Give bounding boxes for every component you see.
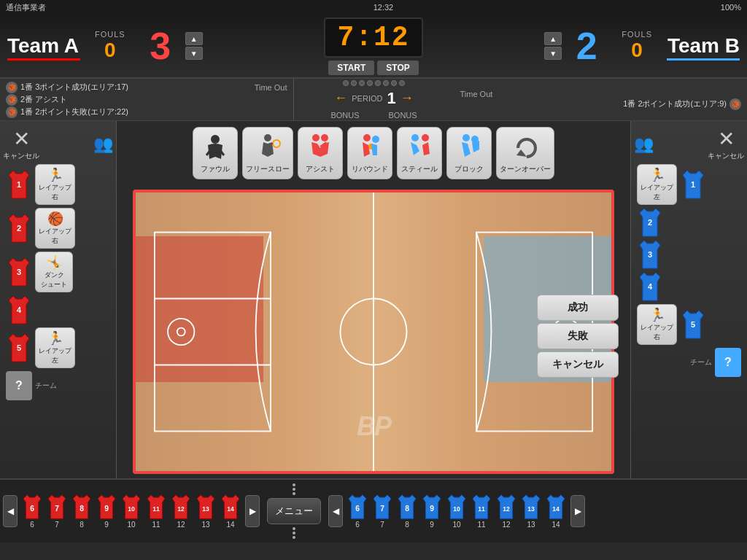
- jersey-left-3[interactable]: 3: [6, 257, 32, 287]
- team-a-roster-button[interactable]: 👥: [93, 127, 113, 161]
- bottom-jersey-red-7[interactable]: 7 7: [45, 494, 69, 529]
- bottom-jersey-blue-13[interactable]: 13 13: [519, 494, 543, 529]
- score-b-down[interactable]: ▼: [544, 47, 562, 60]
- score-b[interactable]: 2: [565, 24, 608, 68]
- jersey-right-3[interactable]: 3: [637, 240, 663, 269]
- fail-button[interactable]: 失敗: [537, 323, 619, 349]
- player-action-left-3[interactable]: 🤸 ダンク シュート: [35, 252, 73, 292]
- svg-text:10: 10: [128, 505, 135, 513]
- bottom-jersey-red-6[interactable]: 6 6: [20, 494, 44, 529]
- jersey-num-right-4: 4: [648, 282, 652, 291]
- popup-cancel-button[interactable]: キャンセル: [537, 351, 619, 378]
- scroll-left-red[interactable]: ◀: [3, 495, 18, 527]
- score-b-arrows[interactable]: ▲ ▼: [544, 31, 562, 61]
- expand-dots[interactable]: [290, 481, 298, 498]
- time-label: 12:32: [374, 3, 394, 12]
- timer-display: 7:12: [324, 18, 422, 58]
- assist-button[interactable]: アシスト: [298, 127, 343, 179]
- svg-point-3: [264, 134, 271, 141]
- svg-text:14: 14: [552, 505, 560, 513]
- steal-button[interactable]: スティール: [397, 127, 442, 179]
- timer-controls[interactable]: START STOP: [328, 61, 419, 75]
- bottom-jersey-blue-6[interactable]: 6 6: [346, 494, 369, 529]
- fouls-label-a: FOULS: [95, 30, 125, 39]
- jersey-left-2[interactable]: 2: [6, 214, 32, 243]
- score-a-arrows[interactable]: ▲ ▼: [185, 31, 203, 61]
- bottom-jersey-blue-10[interactable]: 10 10: [445, 494, 468, 529]
- svg-point-4: [273, 140, 280, 147]
- basketball-court[interactable]: BP 成功 失敗 キャンセル: [133, 190, 614, 474]
- log-right: Time Out 1番 2ポイント成功(エリア:9) 🏀: [454, 79, 748, 120]
- turnover-label: ターンオーバー: [500, 164, 551, 174]
- jersey-right-5[interactable]: 5: [680, 310, 706, 339]
- score-b-up[interactable]: ▲: [544, 32, 562, 45]
- team-b-roster-button[interactable]: 👥: [634, 127, 654, 161]
- player-row-left-q: ? チーム: [3, 371, 113, 400]
- bottom-jersey-red-8[interactable]: 8 8: [70, 494, 93, 529]
- steal-label: スティール: [401, 164, 438, 174]
- cancel-button-left[interactable]: ✕ キャンセル: [3, 127, 39, 161]
- cancel-button-right[interactable]: ✕ キャンセル: [708, 127, 744, 161]
- jersey-right-q[interactable]: ?: [715, 348, 741, 377]
- jersey-left-5[interactable]: 5: [6, 333, 32, 362]
- freethrow-button[interactable]: フリースロー: [242, 127, 293, 179]
- bonus-row: BONUS BONUS: [330, 111, 417, 120]
- score-a[interactable]: 3: [139, 24, 182, 68]
- bottom-jersey-blue-11[interactable]: 11 11: [470, 494, 493, 529]
- scroll-right-red[interactable]: ▶: [245, 495, 260, 527]
- bottom-jersey-blue-12[interactable]: 12 12: [495, 494, 518, 529]
- jersey-right-1[interactable]: 1: [680, 170, 706, 199]
- start-button[interactable]: START: [328, 61, 374, 75]
- bottom-jersey-blue-9[interactable]: 9 9: [420, 494, 444, 529]
- log-right-entry-1[interactable]: 1番 2ポイント成功(エリア:9) 🏀: [460, 98, 742, 110]
- timeout-label-right[interactable]: Time Out: [460, 90, 493, 98]
- log-time-out-left[interactable]: Time Out: [255, 83, 287, 92]
- player-action-left-1[interactable]: 🏃 レイアップ 右: [35, 164, 75, 205]
- right-arrow-icon: →: [400, 90, 414, 106]
- court-logo: BP: [357, 411, 390, 442]
- foul-button[interactable]: ファウル: [193, 127, 238, 179]
- log-icon-2: 🏀: [6, 106, 18, 118]
- bottom-jersey-red-12[interactable]: 12 12: [169, 494, 193, 529]
- jersey-num-left-5: 5: [17, 343, 21, 352]
- svg-text:14: 14: [227, 505, 234, 513]
- jersey-left-4[interactable]: 4: [6, 295, 32, 324]
- score-a-down[interactable]: ▼: [185, 47, 203, 60]
- status-bar: 通信事業者 12:32 100%: [0, 0, 747, 15]
- bottom-jersey-red-14[interactable]: 14 14: [219, 494, 242, 529]
- bottom-jersey-red-11[interactable]: 11 11: [144, 494, 168, 529]
- collapse-dots[interactable]: [290, 524, 298, 542]
- jersey-left-1[interactable]: 1: [6, 170, 32, 199]
- log-right-entry[interactable]: Time Out: [460, 90, 742, 98]
- menu-button[interactable]: メニュー: [267, 498, 321, 524]
- stop-button[interactable]: STOP: [377, 61, 418, 75]
- jersey-left-q[interactable]: ?: [6, 371, 32, 400]
- player-action-right-1[interactable]: 🏃 レイアップ 左: [637, 164, 677, 205]
- scroll-left-blue[interactable]: ◀: [328, 495, 343, 527]
- log-text-0: 1番 3ポイント成功(エリア:17): [20, 82, 128, 93]
- bottom-jersey-red-13[interactable]: 13 13: [194, 494, 217, 529]
- player-action-left-5[interactable]: 🏃 レイアップ 左: [35, 327, 75, 368]
- bottom-jersey-blue-7[interactable]: 7 7: [371, 494, 394, 529]
- bottom-jersey-blue-14[interactable]: 14 14: [544, 494, 568, 529]
- turnover-button[interactable]: ターンオーバー: [496, 127, 554, 179]
- player-action-left-2[interactable]: 🏀 レイアップ 右: [35, 208, 75, 249]
- score-a-up[interactable]: ▲: [185, 32, 203, 45]
- log-entry-1[interactable]: 🏀 2番 アシスト: [6, 94, 287, 106]
- log-icon-0: 🏀: [6, 82, 18, 93]
- cancel-label-left: キャンセル: [3, 151, 39, 161]
- jersey-right-2[interactable]: 2: [637, 208, 663, 237]
- bottom-jersey-red-10[interactable]: 10 10: [120, 494, 143, 529]
- action-popup[interactable]: 成功 失敗 キャンセル: [537, 295, 619, 378]
- scroll-right-blue[interactable]: ▶: [570, 495, 585, 527]
- player-action-right-5[interactable]: 🏃 レイアップ 右: [637, 304, 677, 345]
- bottom-jersey-red-9[interactable]: 9 9: [95, 494, 118, 529]
- block-label: ブロック: [454, 164, 484, 174]
- success-button[interactable]: 成功: [537, 295, 619, 321]
- log-entry-0[interactable]: 🏀 1番 3ポイント成功(エリア:17) Time Out: [6, 82, 287, 93]
- log-entry-2[interactable]: 🏀 1番 2ポイント失敗(エリア:22): [6, 106, 287, 118]
- jersey-right-4[interactable]: 4: [637, 272, 663, 301]
- bottom-jersey-blue-8[interactable]: 8 8: [395, 494, 419, 529]
- rebound-button[interactable]: リバウンド: [347, 127, 392, 179]
- block-button[interactable]: ブロック: [446, 127, 492, 179]
